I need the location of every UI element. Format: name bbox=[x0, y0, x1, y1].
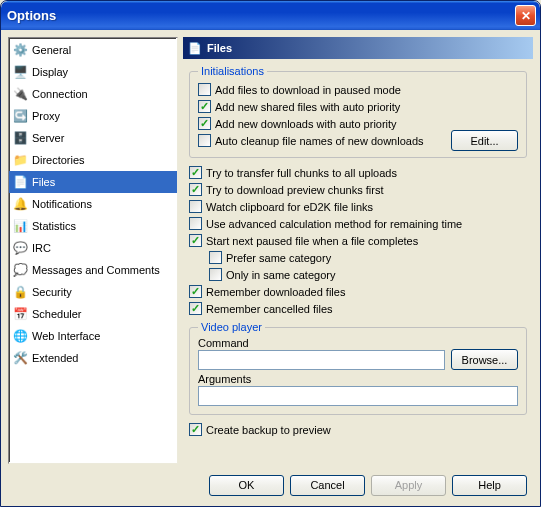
apply-button[interactable]: Apply bbox=[371, 475, 446, 496]
auto-cleanup-checkbox[interactable] bbox=[198, 134, 211, 147]
edit-button[interactable]: Edit... bbox=[451, 130, 518, 151]
messages-and-comments-icon: 💭 bbox=[12, 262, 28, 278]
sidebar-item-notifications[interactable]: 🔔Notifications bbox=[9, 193, 177, 215]
sidebar-item-label: Web Interface bbox=[32, 330, 100, 342]
sidebar-item-label: Connection bbox=[32, 88, 88, 100]
notifications-icon: 🔔 bbox=[12, 196, 28, 212]
ok-button[interactable]: OK bbox=[209, 475, 284, 496]
preview-chunks-label: Try to download preview chunks first bbox=[206, 184, 384, 196]
help-button[interactable]: Help bbox=[452, 475, 527, 496]
sidebar-item-irc[interactable]: 💬IRC bbox=[9, 237, 177, 259]
sidebar[interactable]: ⚙️General🖥️Display🔌Connection↪️Proxy🗄️Se… bbox=[8, 37, 178, 464]
content-panel: 📄 Files Initialisations Add files to dow… bbox=[183, 37, 533, 464]
sidebar-item-connection[interactable]: 🔌Connection bbox=[9, 83, 177, 105]
sidebar-item-label: Display bbox=[32, 66, 68, 78]
only-category-checkbox[interactable] bbox=[209, 268, 222, 281]
shared-autoprio-checkbox[interactable] bbox=[198, 100, 211, 113]
scheduler-icon: 📅 bbox=[12, 306, 28, 322]
sidebar-item-files[interactable]: 📄Files bbox=[9, 171, 177, 193]
sidebar-item-scheduler[interactable]: 📅Scheduler bbox=[9, 303, 177, 325]
sidebar-item-label: Messages and Comments bbox=[32, 264, 160, 276]
sidebar-item-label: Notifications bbox=[32, 198, 92, 210]
sidebar-item-label: Extended bbox=[32, 352, 78, 364]
browse-button[interactable]: Browse... bbox=[451, 349, 518, 370]
cancel-button[interactable]: Cancel bbox=[290, 475, 365, 496]
shared-autoprio-label: Add new shared files with auto priority bbox=[215, 101, 400, 113]
sidebar-item-proxy[interactable]: ↪️Proxy bbox=[9, 105, 177, 127]
command-input[interactable] bbox=[198, 350, 445, 370]
watch-clipboard-label: Watch clipboard for eD2K file links bbox=[206, 201, 373, 213]
sidebar-item-label: General bbox=[32, 44, 71, 56]
options-window: Options ✕ ⚙️General🖥️Display🔌Connection↪… bbox=[0, 0, 541, 507]
sidebar-item-label: Proxy bbox=[32, 110, 60, 122]
files-icon: 📄 bbox=[12, 174, 28, 190]
advanced-calc-label: Use advanced calculation method for rema… bbox=[206, 218, 462, 230]
security-icon: 🔒 bbox=[12, 284, 28, 300]
display-icon: 🖥️ bbox=[12, 64, 28, 80]
content-header: 📄 Files bbox=[183, 37, 533, 59]
statistics-icon: 📊 bbox=[12, 218, 28, 234]
sidebar-item-label: Server bbox=[32, 132, 64, 144]
video-player-legend: Video player bbox=[198, 321, 265, 333]
start-next-label: Start next paused file when a file compl… bbox=[206, 235, 418, 247]
titlebar[interactable]: Options ✕ bbox=[1, 1, 540, 30]
sidebar-item-extended[interactable]: 🛠️Extended bbox=[9, 347, 177, 369]
remember-downloaded-label: Remember downloaded files bbox=[206, 286, 345, 298]
downloads-autoprio-label: Add new downloads with auto priority bbox=[215, 118, 397, 130]
sidebar-item-server[interactable]: 🗄️Server bbox=[9, 127, 177, 149]
general-icon: ⚙️ bbox=[12, 42, 28, 58]
add-paused-label: Add files to download in paused mode bbox=[215, 84, 401, 96]
advanced-calc-checkbox[interactable] bbox=[189, 217, 202, 230]
files-icon: 📄 bbox=[187, 40, 203, 56]
initialisations-legend: Initialisations bbox=[198, 65, 267, 77]
remember-cancelled-label: Remember cancelled files bbox=[206, 303, 333, 315]
remember-cancelled-checkbox[interactable] bbox=[189, 302, 202, 315]
sidebar-item-label: Files bbox=[32, 176, 55, 188]
start-next-checkbox[interactable] bbox=[189, 234, 202, 247]
remember-downloaded-checkbox[interactable] bbox=[189, 285, 202, 298]
extended-icon: 🛠️ bbox=[12, 350, 28, 366]
irc-icon: 💬 bbox=[12, 240, 28, 256]
prefer-category-label: Prefer same category bbox=[226, 252, 331, 264]
close-button[interactable]: ✕ bbox=[515, 5, 536, 26]
add-paused-checkbox[interactable] bbox=[198, 83, 211, 96]
sidebar-item-label: IRC bbox=[32, 242, 51, 254]
sidebar-item-web-interface[interactable]: 🌐Web Interface bbox=[9, 325, 177, 347]
only-category-label: Only in same category bbox=[226, 269, 335, 281]
arguments-input[interactable] bbox=[198, 386, 518, 406]
auto-cleanup-label: Auto cleanup file names of new downloads bbox=[215, 135, 424, 147]
sidebar-item-directories[interactable]: 📁Directories bbox=[9, 149, 177, 171]
sidebar-item-label: Scheduler bbox=[32, 308, 82, 320]
button-bar: OK Cancel Apply Help bbox=[8, 471, 533, 499]
sidebar-item-label: Statistics bbox=[32, 220, 76, 232]
full-chunks-checkbox[interactable] bbox=[189, 166, 202, 179]
window-title: Options bbox=[7, 8, 515, 23]
sidebar-item-security[interactable]: 🔒Security bbox=[9, 281, 177, 303]
proxy-icon: ↪️ bbox=[12, 108, 28, 124]
sidebar-item-label: Security bbox=[32, 286, 72, 298]
arguments-label: Arguments bbox=[198, 373, 518, 385]
video-player-group: Video player Command Browse... Arguments bbox=[189, 321, 527, 415]
create-backup-checkbox[interactable] bbox=[189, 423, 202, 436]
server-icon: 🗄️ bbox=[12, 130, 28, 146]
prefer-category-checkbox[interactable] bbox=[209, 251, 222, 264]
sidebar-item-general[interactable]: ⚙️General bbox=[9, 39, 177, 61]
web-interface-icon: 🌐 bbox=[12, 328, 28, 344]
connection-icon: 🔌 bbox=[12, 86, 28, 102]
sidebar-item-statistics[interactable]: 📊Statistics bbox=[9, 215, 177, 237]
sidebar-item-display[interactable]: 🖥️Display bbox=[9, 61, 177, 83]
sidebar-item-label: Directories bbox=[32, 154, 85, 166]
command-label: Command bbox=[198, 337, 445, 349]
watch-clipboard-checkbox[interactable] bbox=[189, 200, 202, 213]
initialisations-group: Initialisations Add files to download in… bbox=[189, 65, 527, 158]
content-title: Files bbox=[207, 42, 232, 54]
full-chunks-label: Try to transfer full chunks to all uploa… bbox=[206, 167, 397, 179]
create-backup-label: Create backup to preview bbox=[206, 424, 331, 436]
downloads-autoprio-checkbox[interactable] bbox=[198, 117, 211, 130]
directories-icon: 📁 bbox=[12, 152, 28, 168]
preview-chunks-checkbox[interactable] bbox=[189, 183, 202, 196]
sidebar-item-messages-and-comments[interactable]: 💭Messages and Comments bbox=[9, 259, 177, 281]
